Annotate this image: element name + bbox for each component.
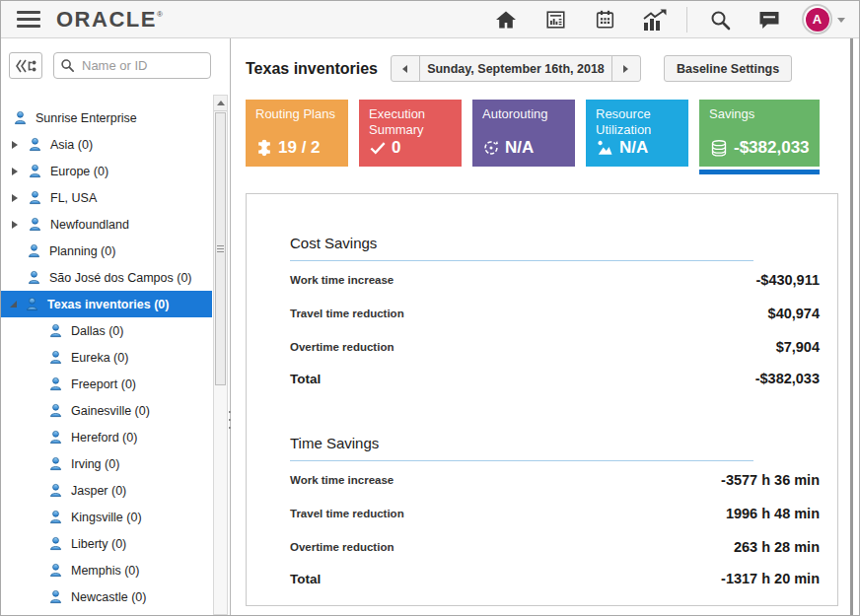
tree-item[interactable]: Hereford (0) [1, 424, 212, 450]
tab-autorouting[interactable]: Autorouting N/A [472, 100, 575, 167]
tab-value-row: 0 [369, 138, 452, 158]
resource-icon [25, 297, 39, 311]
resource-icon [28, 190, 42, 205]
prev-day-button[interactable] [391, 55, 420, 82]
stat-row: Work time increase -3577 h 36 min [290, 463, 820, 497]
tree-item[interactable]: Newcastle (0) [1, 583, 212, 610]
tree-item[interactable]: Planning (0) [1, 238, 212, 264]
tree-item[interactable]: Asia (0) [1, 131, 212, 158]
sidebar-scrollbar[interactable] [213, 95, 228, 615]
tree-item[interactable]: Texas inventories (0) [1, 291, 212, 317]
active-tab-indicator [699, 170, 820, 174]
stat-row: Travel time reduction $40,974 [290, 297, 820, 330]
tab-execution-summary[interactable]: Execution Summary 0 [359, 100, 462, 167]
resource-tree: Sunrise Enterprise Asia (0) Europe (0) F… [1, 104, 212, 615]
tab-label: Autorouting [482, 106, 563, 122]
tab-resource-utilization[interactable]: Resource Utilization N/A [586, 100, 688, 167]
stat-label: Overtime reduction [290, 541, 394, 553]
prev-arrow-icon [402, 65, 407, 73]
menu-icon[interactable] [17, 7, 40, 32]
section-rows: Work time increase -3577 h 36 min Travel… [290, 461, 820, 564]
resource-icon [48, 376, 63, 391]
tree-item-label: Freeport (0) [71, 377, 136, 391]
resource-icon [48, 323, 63, 338]
tree-item[interactable]: Eureka (0) [1, 344, 212, 371]
stat-label: Overtime reduction [290, 341, 394, 353]
date-navigation: Sunday, September 16th, 2018 [391, 55, 641, 82]
resource-sidebar: Sunrise Enterprise Asia (0) Europe (0) F… [1, 38, 231, 615]
page-title: Texas inventories [246, 60, 378, 78]
sidebar-toolbar [1, 38, 230, 79]
tab-value-row: N/A [482, 138, 565, 158]
kpi-tabs: Routing Plans 19 / 2 Execution Summary 0… [232, 100, 859, 167]
expand-arrow-icon[interactable] [12, 221, 18, 229]
tree-item[interactable]: Freeport (0) [1, 371, 212, 397]
resource-search[interactable] [53, 52, 211, 79]
tree-item-label: Liberty (0) [71, 537, 126, 551]
chat-icon[interactable] [756, 7, 782, 33]
resource-icon [48, 430, 63, 445]
tree-item[interactable]: Gainesville (0) [1, 397, 212, 424]
date-button[interactable]: Sunday, September 16th, 2018 [419, 55, 612, 82]
stat-label: Work time increase [290, 274, 394, 286]
puzzle-icon [255, 139, 273, 157]
expand-arrow-icon[interactable] [12, 168, 18, 175]
tree-item-label: FL, USA [50, 191, 97, 205]
statistics-icon[interactable] [641, 7, 667, 33]
total-value: -$382,033 [755, 371, 820, 386]
total-label: Total [290, 372, 321, 386]
baseline-settings-button[interactable]: Baseline Settings [664, 55, 792, 82]
tab-routing-plans[interactable]: Routing Plans 19 / 2 [246, 100, 348, 167]
search-icon[interactable] [707, 7, 733, 33]
tab-value: 19 / 2 [278, 138, 321, 158]
expand-arrow-icon[interactable] [12, 141, 18, 149]
tree-item[interactable]: Jasper (0) [1, 477, 212, 504]
tree-item-label: Europe (0) [50, 165, 108, 178]
resource-icon [48, 589, 63, 604]
calendar-icon[interactable] [592, 7, 617, 33]
tree-item-label: Texas inventories (0) [47, 298, 169, 311]
tree-item-label: Memphis (0) [71, 564, 139, 578]
tree-item[interactable]: Irving (0) [1, 450, 212, 477]
report-icon[interactable] [542, 7, 568, 33]
tree-item-label: Sunrise Enterprise [36, 111, 137, 125]
total-row: Total -$382,033 [290, 364, 820, 393]
tree-item[interactable]: Kingsville (0) [1, 504, 212, 530]
tree-item[interactable]: FL, USA [1, 184, 212, 211]
avatar-caret-icon[interactable] [837, 18, 845, 23]
savings-section: Time Savings Work time increase -3577 h … [290, 435, 820, 593]
expand-arrow-icon[interactable] [10, 301, 17, 308]
stat-label: Travel time reduction [290, 508, 404, 519]
tree-item[interactable]: Dallas (0) [1, 317, 212, 344]
tree-item[interactable]: Europe (0) [1, 158, 212, 184]
tab-value-row: 19 / 2 [255, 138, 338, 158]
tab-value: 0 [392, 138, 400, 158]
stat-value: 263 h 28 min [734, 539, 820, 555]
search-input[interactable] [80, 57, 204, 74]
check-icon [369, 140, 387, 156]
tab-value: -$382,033 [734, 138, 810, 158]
home-icon[interactable] [493, 7, 519, 33]
tree-item-label: Newfoundland [50, 218, 129, 232]
tab-savings[interactable]: Savings -$382,033 [699, 100, 820, 167]
stat-value: 1996 h 48 min [726, 506, 820, 521]
expand-arrow-icon[interactable] [12, 194, 18, 202]
tree-item-label: Gainesville (0) [71, 404, 150, 418]
main-scrollbar[interactable] [850, 38, 853, 615]
collapse-panel-button[interactable] [9, 52, 42, 79]
coins-icon [709, 139, 729, 157]
tree-item[interactable]: Sunrise Enterprise [1, 104, 212, 131]
avatar[interactable]: A [802, 4, 832, 34]
resource-icon [48, 403, 63, 418]
tree-item[interactable]: Liberty (0) [1, 530, 212, 557]
tree-item-label: Irving (0) [71, 457, 119, 471]
resource-icon [48, 536, 63, 551]
tree-item[interactable]: Newfoundland [1, 211, 212, 238]
scrollbar-thumb[interactable] [215, 112, 226, 385]
tree-item[interactable]: Memphis (0) [1, 557, 212, 583]
scroll-up-button[interactable] [214, 96, 227, 111]
stat-row: Work time increase -$430,911 [290, 263, 820, 297]
next-day-button[interactable] [611, 55, 641, 82]
savings-panel: Cost Savings Work time increase -$430,91… [246, 193, 838, 606]
tree-item[interactable]: São José dos Campos (0) [1, 264, 212, 291]
